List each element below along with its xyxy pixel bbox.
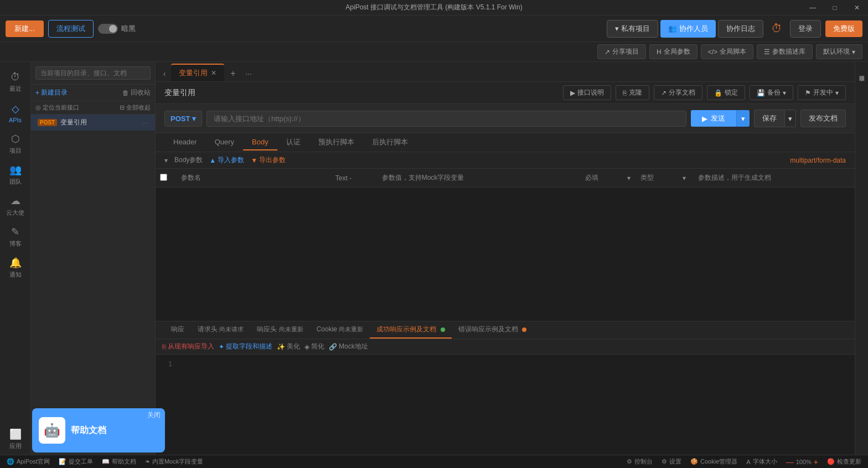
minimize-btn[interactable]: — xyxy=(802,0,824,15)
new-dir-button[interactable]: + 新建目录 xyxy=(35,88,68,97)
issue-icon: 📝 xyxy=(59,458,66,465)
tab-add-button[interactable]: + xyxy=(225,66,241,81)
select-all-checkbox[interactable] xyxy=(160,174,167,181)
tab-more-button[interactable]: ··· xyxy=(241,66,256,81)
dev-icon: ⚑ xyxy=(805,89,811,97)
help-widget[interactable]: 关闭 🤖 帮助文档 xyxy=(32,408,165,453)
tab-pre-script[interactable]: 预执行脚本 xyxy=(309,134,363,152)
free-version-button[interactable]: 免费版 xyxy=(825,20,862,37)
dev-mode-btn[interactable]: ⚑ 开发中 ▾ xyxy=(798,85,846,100)
share-project-btn[interactable]: ↗ 分享项目 xyxy=(597,44,646,59)
right-panel: 字段描述 xyxy=(855,62,868,455)
trash-button[interactable]: 🗑 回收站 xyxy=(122,88,151,97)
status-check-update[interactable]: 🔴 检查更新 xyxy=(827,457,861,466)
dropdown-icon: ▾ xyxy=(615,24,619,33)
status-cookie-mgr[interactable]: 🍪 Cookie管理器 xyxy=(690,457,737,466)
lock-btn[interactable]: 🔒 锁定 xyxy=(707,85,745,100)
mock-icon: 🔗 xyxy=(329,343,337,351)
default-env-btn[interactable]: 默认环境 ▾ xyxy=(816,44,862,59)
global-script-btn[interactable]: </> 全局脚本 xyxy=(701,44,753,59)
file-item-var-ref[interactable]: POST 变量引用 ··· xyxy=(31,115,155,131)
flow-test-button[interactable]: 流程测试 xyxy=(48,20,94,38)
maximize-btn[interactable]: □ xyxy=(824,0,846,15)
clone-btn[interactable]: ⎘ 克隆 xyxy=(616,85,649,100)
sidebar-item-apis[interactable]: ◇ APIs xyxy=(0,97,31,128)
lock-icon: 🔒 xyxy=(714,89,722,97)
publish-button[interactable]: 发布文档 xyxy=(800,110,846,127)
bottom-tab-request-headers[interactable]: 请求头 尚未请求 xyxy=(191,321,250,339)
notify-icon: 🔔 xyxy=(9,257,22,269)
sidebar-item-blog[interactable]: ✎ 博客 xyxy=(0,221,31,252)
save-button[interactable]: 保存 xyxy=(754,110,785,127)
login-button[interactable]: 登录 xyxy=(790,20,821,38)
collab-log-button[interactable]: 协作日志 xyxy=(718,20,763,38)
tab-header[interactable]: Header xyxy=(164,134,206,150)
mock-addr-btn[interactable]: 🔗 Mock地址 xyxy=(329,342,368,351)
import-params-btn[interactable]: ▲ 导入参数 xyxy=(209,155,244,165)
tab-var-ref[interactable]: 变量引用 ✕ xyxy=(171,64,224,81)
url-input[interactable] xyxy=(206,111,686,127)
status-help-doc[interactable]: 📖 帮助文档 xyxy=(102,457,136,466)
backup-btn[interactable]: 💾 备份 ▾ xyxy=(750,85,793,100)
content-area: ‹ 变量引用 ✕ + ··· 变量引用 ▶ 接口说明 ⎘ 克隆 ↗ 分享文档 xyxy=(156,62,855,455)
status-website[interactable]: 🌐 ApiPost官网 xyxy=(7,457,50,466)
sidebar-item-apps[interactable]: ⬜ 应用 xyxy=(0,424,31,455)
close-btn[interactable]: ✕ xyxy=(846,0,868,15)
status-settings[interactable]: ⚙ 设置 xyxy=(662,457,681,466)
tab-auth[interactable]: 认证 xyxy=(277,134,309,152)
tab-body[interactable]: Body xyxy=(243,134,277,150)
sidebar-item-team[interactable]: 👥 团队 xyxy=(0,159,31,190)
extract-fields-btn[interactable]: ✦ 提取字段和描述 xyxy=(219,342,272,351)
request-bar: POST ▾ ▶ 发送 ▾ 保存 ▾ 发布文档 xyxy=(156,104,855,133)
sidebar-item-notify[interactable]: 🔔 通知 xyxy=(0,252,31,283)
dark-mode-toggle[interactable]: 暗黑 xyxy=(98,24,136,34)
bottom-tab-response-headers[interactable]: 响应头 尚未重新 xyxy=(250,321,309,339)
zoom-minus-btn[interactable]: — xyxy=(786,457,794,466)
bottom-tab-cookie[interactable]: Cookie 尚未重新 xyxy=(310,322,370,338)
code-content[interactable] xyxy=(179,359,848,450)
bottom-toolbar: ⎘ 从现有响应导入 ✦ 提取字段和描述 ✨ 美化 ◈ 简化 🔗 Mock地 xyxy=(156,339,855,355)
beautify-btn[interactable]: ✨ 美化 xyxy=(277,342,300,351)
tab-post-script[interactable]: 后执行脚本 xyxy=(363,134,417,152)
sidebar-item-project[interactable]: ⬡ 项目 xyxy=(0,128,31,159)
status-font-size[interactable]: A 字体大小 xyxy=(746,457,777,466)
collapse-btn[interactable]: ⊟ 全部收起 xyxy=(120,103,151,112)
save-dropdown-btn[interactable]: ▾ xyxy=(785,110,796,127)
apis-icon: ◇ xyxy=(12,103,19,115)
sidebar-item-cloud[interactable]: ☁ 云大使 xyxy=(0,190,31,221)
file-item-more-icon[interactable]: ··· xyxy=(142,118,148,127)
send-button[interactable]: ▶ 发送 xyxy=(691,110,736,127)
sidebar-item-recent[interactable]: ⏱ 最近 xyxy=(0,66,31,97)
status-submit-issue[interactable]: 📝 提交工单 xyxy=(59,457,93,466)
locate-btn[interactable]: ◎ 定位当前接口 xyxy=(35,103,79,112)
param-lib-btn[interactable]: ☰ 参数描述库 xyxy=(757,44,813,59)
status-mock-vars[interactable]: ❧ 内置Mock字段变量 xyxy=(145,457,203,466)
collab-button[interactable]: 👥 协作人员 xyxy=(660,20,716,38)
share-doc-btn[interactable]: ↗ 分享文档 xyxy=(654,85,702,100)
simplify-btn[interactable]: ◈ 简化 xyxy=(304,342,324,351)
toggle-switch[interactable] xyxy=(98,24,118,34)
global-params-btn[interactable]: H 全局参数 xyxy=(649,44,698,59)
method-select[interactable]: POST ▾ xyxy=(164,111,202,127)
update-icon: 🔴 xyxy=(827,458,835,465)
private-project-button[interactable]: ▾ 私有项目 xyxy=(607,20,658,38)
tab-close-icon[interactable]: ✕ xyxy=(211,69,216,77)
timer-icon-btn[interactable]: ⏱ xyxy=(768,20,786,38)
line-number-1: 1 xyxy=(162,359,172,370)
zoom-plus-btn[interactable]: + xyxy=(814,457,818,466)
tab-nav-left[interactable]: ‹ xyxy=(158,66,171,81)
bottom-tab-error-example[interactable]: 错误响应示例及文档 xyxy=(452,321,533,339)
bottom-tab-success-example[interactable]: 成功响应示例及文档 xyxy=(370,321,451,339)
interface-desc-btn[interactable]: ▶ 接口说明 xyxy=(563,85,611,100)
extract-icon: ✦ xyxy=(219,343,224,351)
tab-query[interactable]: Query xyxy=(206,134,243,150)
import-response-btn[interactable]: ⎘ 从现有响应导入 xyxy=(162,342,214,351)
new-button[interactable]: 新建... xyxy=(6,20,44,37)
send-dropdown-btn[interactable]: ▾ xyxy=(736,110,750,127)
status-console[interactable]: ⚙ 控制台 xyxy=(627,457,653,466)
right-panel-label[interactable]: 字段描述 xyxy=(858,66,866,75)
help-close-btn[interactable]: 关闭 xyxy=(147,410,161,420)
file-search-input[interactable] xyxy=(35,66,151,80)
bottom-tab-response[interactable]: 响应 xyxy=(164,321,191,339)
export-params-btn[interactable]: ▼ 导出参数 xyxy=(251,155,286,165)
